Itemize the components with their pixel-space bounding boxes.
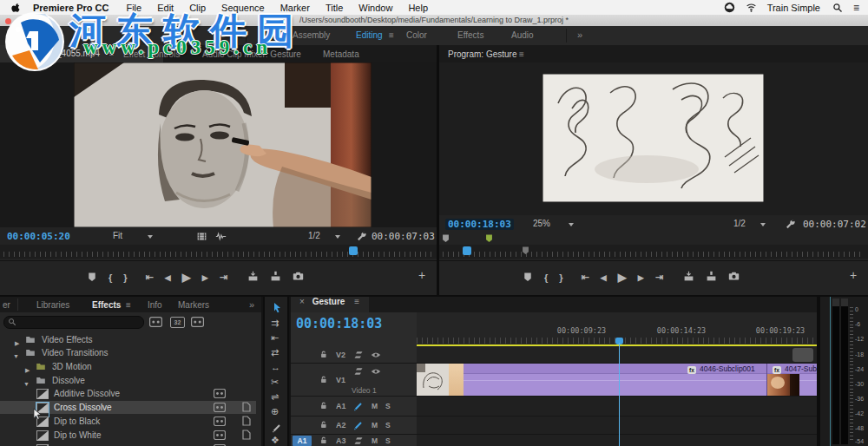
effects-panel-menu-icon[interactable]: ≡ (126, 300, 131, 310)
hand-tool[interactable]: ❖ (271, 435, 279, 446)
program-mark-out-button[interactable]: } (559, 272, 562, 283)
track-select-forward-tool[interactable]: ⇉ (271, 318, 279, 329)
track-a2-content[interactable] (417, 416, 817, 434)
track-a2-label[interactable]: A2 (336, 421, 346, 430)
program-zoom-select[interactable]: 25% (533, 219, 574, 228)
lock-icon[interactable] (319, 401, 329, 412)
timeline-playhead-timecode[interactable]: 00:00:18:03 (296, 316, 382, 331)
program-marker-green-icon[interactable] (484, 233, 494, 245)
program-step-back-button[interactable]: ◀ (601, 273, 607, 282)
track-a3-label[interactable]: A3 (336, 436, 346, 445)
timeline-panel-menu-icon[interactable]: ≡ (354, 297, 359, 306)
menu-item-help[interactable]: Help (408, 3, 428, 13)
tab-markers[interactable]: Markers (178, 300, 209, 310)
program-ruler-marker-icon[interactable] (521, 246, 530, 257)
tree-row-partial[interactable] (0, 443, 256, 446)
menu-item-clip[interactable]: Clip (189, 3, 206, 13)
lock-icon[interactable] (319, 350, 329, 361)
source-step-back-button[interactable]: ◀ (165, 273, 171, 282)
tab-effect-controls[interactable]: Effect Controls (123, 49, 180, 59)
razor-tool[interactable]: ✂ (271, 377, 279, 388)
lock-icon[interactable] (319, 375, 329, 386)
clip-segment-peach[interactable] (449, 364, 464, 396)
audio-keyframes-icon[interactable] (353, 436, 364, 446)
close-window-button[interactable] (5, 18, 11, 24)
program-settings-wrench-icon[interactable] (785, 219, 796, 232)
source-playhead-handle[interactable] (349, 246, 358, 255)
32bit-effects-badge-icon[interactable]: 32 (170, 317, 185, 328)
timeline-vertical-scrollbar[interactable] (792, 348, 813, 362)
source-insert-button[interactable] (247, 271, 259, 284)
toggle-track-output-eye-icon[interactable] (371, 366, 381, 378)
mute-button[interactable]: M (372, 421, 378, 430)
track-v1-content[interactable]: fx 4046-Subclip001 fx 4047-Subclip001 (417, 364, 817, 396)
tab-metadata[interactable]: Metadata (323, 49, 359, 59)
solo-button[interactable]: S (385, 436, 391, 445)
program-goto-out-button[interactable]: ⇥ (655, 272, 663, 283)
program-add-marker-button[interactable] (523, 272, 533, 284)
tab-audio-clip-mixer[interactable]: Audio Clip Mixer: Gesture (202, 49, 301, 59)
toggle-track-output-eye-icon[interactable] (371, 350, 381, 362)
audio-keyframes-icon[interactable] (353, 420, 364, 432)
tab-libraries[interactable]: Libraries (36, 300, 69, 310)
tree-row-dip-to-white[interactable]: Dip to White (0, 429, 256, 442)
lock-icon[interactable] (319, 420, 329, 431)
source-add-marker-button[interactable] (87, 272, 97, 284)
clip-purple-region[interactable]: fx 4046-Subclip001 fx 4047-Subclip001 (464, 364, 817, 396)
workspace-tab-editing[interactable]: Editing (356, 30, 383, 40)
track-v1-name[interactable]: Video 1 (352, 386, 377, 395)
ripple-edit-tool[interactable]: ⇤ (271, 332, 279, 344)
source-zoom-select[interactable]: Fit (113, 231, 153, 240)
tab-partial-mixer[interactable]: er (3, 300, 10, 310)
source-panel-menu-icon[interactable]: ≡ (109, 49, 115, 58)
menu-item-title[interactable]: Title (326, 3, 343, 13)
workspace-tab-assembly[interactable]: Assembly (293, 30, 330, 40)
source-play-button[interactable]: ▶ (182, 271, 191, 284)
program-button-editor-plus[interactable]: + (850, 268, 857, 282)
menu-item-sequence[interactable]: Sequence (221, 3, 265, 13)
drag-video-only-icon[interactable] (196, 231, 207, 244)
tab-program[interactable]: Program: Gesture (448, 49, 516, 59)
effects-overflow-chevron[interactable]: » (249, 299, 254, 310)
slip-tool[interactable]: ⇌ (271, 391, 279, 403)
selection-tool[interactable] (273, 302, 282, 316)
menu-app-name[interactable]: Premiere Pro CC (33, 3, 108, 13)
rolling-edit-tool[interactable]: ⇄ (271, 347, 279, 358)
source-goto-out-button[interactable]: ⇥ (220, 272, 227, 283)
solo-button[interactable]: S (385, 421, 391, 430)
menu-item-window[interactable]: Window (358, 3, 392, 13)
clip1-name[interactable]: 4046-Subclip001 (700, 364, 755, 373)
program-panel-menu-icon[interactable]: ≡ (519, 49, 524, 59)
program-current-timecode[interactable]: 00:00:18:03 (445, 219, 514, 230)
track-a1-label[interactable]: A1 (336, 402, 346, 410)
program-goto-in-button[interactable]: ⇤ (582, 272, 589, 283)
source-export-frame-button[interactable] (293, 271, 304, 284)
pen-tool[interactable] (272, 423, 282, 435)
tab-info[interactable]: Info (148, 300, 162, 310)
tree-row-3d-motion[interactable]: ▶ 3D Motion (0, 360, 256, 373)
source-resolution-select[interactable]: 1/2 (308, 231, 340, 240)
menu-item-edit[interactable]: Edit (157, 3, 174, 13)
program-play-button[interactable]: ▶ (618, 271, 627, 284)
tree-row-video-transitions[interactable]: ▼ Video Transitions (0, 346, 256, 359)
source-overwrite-button[interactable] (270, 271, 281, 284)
tree-row-additive-dissolve[interactable]: Additive Dissolve (0, 387, 256, 400)
spotlight-search-icon[interactable] (832, 3, 843, 13)
source-settings-wrench-icon[interactable] (356, 231, 367, 244)
program-step-forward-button[interactable]: ▶ (638, 273, 644, 282)
program-resolution-select[interactable]: 1/2 (733, 219, 766, 228)
program-export-frame-button[interactable] (728, 271, 740, 284)
zoom-window-button[interactable] (30, 18, 36, 24)
tab-effects[interactable]: Effects (92, 300, 121, 310)
source-goto-in-button[interactable]: ⇤ (146, 272, 154, 283)
program-playhead-handle[interactable] (463, 246, 471, 255)
rate-stretch-tool[interactable]: ↔ (271, 362, 280, 372)
timeline-tab-close-icon[interactable]: × (299, 297, 305, 306)
source-patch-a1[interactable]: A1 (293, 436, 312, 446)
mute-button[interactable]: M (372, 402, 378, 410)
drag-audio-only-icon[interactable] (215, 231, 227, 244)
yuv-effects-badge-icon[interactable] (191, 317, 204, 329)
source-current-timecode[interactable]: 00:00:05:20 (7, 231, 70, 242)
tree-row-dissolve[interactable]: ▼ Dissolve (0, 374, 256, 387)
track-a1-content[interactable] (417, 397, 817, 416)
